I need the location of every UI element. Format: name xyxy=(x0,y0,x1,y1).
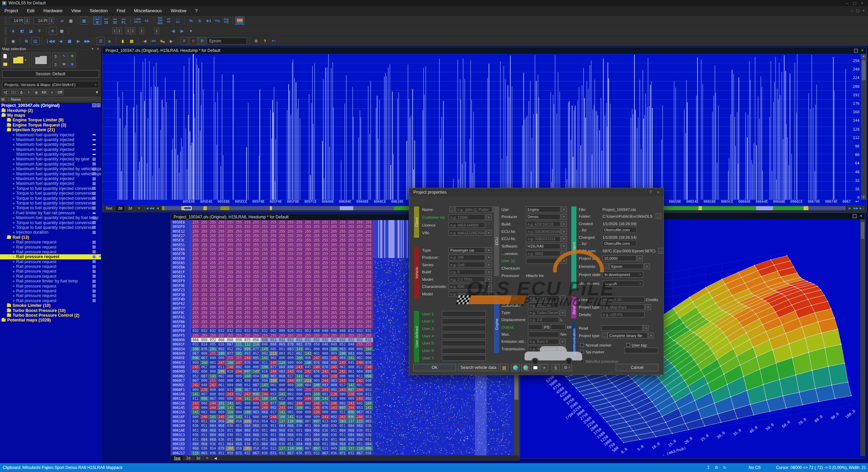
hex-cell[interactable]: 005 xyxy=(269,347,278,351)
hex-cell[interactable]: 255 xyxy=(278,288,287,292)
hex-cell[interactable]: 255 xyxy=(287,252,295,256)
pick-button[interactable]: > xyxy=(561,258,567,264)
pick-button[interactable]: > xyxy=(561,243,567,249)
hex-cell[interactable]: 255 xyxy=(278,247,287,252)
hex-cell[interactable]: 255 xyxy=(209,256,217,261)
hex-cell[interactable]: 242 xyxy=(209,383,217,387)
win-restore-icon[interactable]: ▫ xyxy=(854,49,858,53)
tree-folder-row[interactable]: Turbo Boost Pressure (10) xyxy=(0,308,101,313)
hex-cell[interactable]: 255 xyxy=(321,234,330,238)
hex-cell[interactable]: 255 xyxy=(252,252,261,256)
pick-button[interactable]: > xyxy=(560,295,566,301)
hex-cell[interactable]: 213 xyxy=(304,378,313,383)
map-car-icon[interactable]: ◪ xyxy=(27,27,35,35)
hex-cell[interactable]: 048 xyxy=(321,342,330,347)
hex-cell[interactable]: 097 xyxy=(312,419,321,424)
hex-cell[interactable]: 051 xyxy=(200,419,209,424)
font-size-2-spinner[interactable]: ▲▼ xyxy=(49,17,54,24)
hex-cell[interactable]: 001 xyxy=(235,406,243,410)
hex-cell[interactable]: 067 xyxy=(356,451,364,455)
hex-cell[interactable]: 255 xyxy=(226,261,235,265)
hex-cell[interactable]: 255 xyxy=(217,252,226,256)
hex-cell[interactable]: 002 xyxy=(200,410,209,414)
hex-cell[interactable]: 255 xyxy=(312,274,321,279)
hex-cell[interactable]: 255 xyxy=(235,238,243,242)
panel-close-icon[interactable]: × xyxy=(97,47,99,51)
hex-cell[interactable]: 023 xyxy=(269,419,278,424)
hex-cell[interactable]: 083 xyxy=(321,383,330,387)
field-name[interactable]: e.g. John Q. Public xyxy=(456,206,492,212)
hex-cell[interactable]: 068 xyxy=(356,424,364,428)
hex-cell[interactable]: 255 xyxy=(269,238,278,242)
hex-cell[interactable]: 077 xyxy=(226,351,235,356)
hex-cell[interactable]: 228 xyxy=(312,410,321,414)
hex-cell[interactable]: 051 xyxy=(269,338,278,342)
hex-cell[interactable]: 255 xyxy=(356,301,364,306)
hex-cell[interactable]: 244 xyxy=(304,396,313,401)
hex-cell[interactable]: 036 xyxy=(347,442,356,446)
hex-cell[interactable]: 063 xyxy=(364,410,373,414)
hex-cell[interactable]: 255 xyxy=(330,279,338,283)
hex-cell[interactable]: 255 xyxy=(209,274,217,279)
hex-cell[interactable]: 244 xyxy=(269,369,278,374)
hex-cell[interactable]: 255 xyxy=(295,297,304,301)
field-displacement[interactable]: e.g. 2.0 xyxy=(528,317,559,323)
hex-cell[interactable]: 058 xyxy=(226,451,235,455)
hex-cell[interactable]: 255 xyxy=(217,238,226,242)
field-project-size[interactable]: 10,0000 xyxy=(603,255,636,261)
hex-cell[interactable]: 255 xyxy=(287,333,295,338)
hex-cell[interactable]: 255 xyxy=(269,315,278,319)
hex-cell[interactable]: 255 xyxy=(304,220,313,224)
hex-cell[interactable]: 077 xyxy=(269,365,278,369)
hex-cell[interactable]: 246 xyxy=(200,415,209,419)
hex-cell[interactable]: 255 xyxy=(364,320,373,324)
hex-cell[interactable]: 255 xyxy=(364,265,373,270)
tab-2d[interactable]: 2d xyxy=(115,205,125,211)
hex-cell[interactable]: 255 xyxy=(364,301,373,306)
hex-cell[interactable]: 255 xyxy=(269,297,278,301)
field-user-4[interactable] xyxy=(442,333,486,339)
hex-cell[interactable]: 036 xyxy=(209,451,217,455)
hex-cell[interactable]: 255 xyxy=(200,270,209,274)
spin-b[interactable]: ▲▼ xyxy=(126,27,131,34)
hex-cell[interactable]: 255 xyxy=(321,238,330,242)
hex-cell[interactable]: 255 xyxy=(209,265,217,270)
hex-cell[interactable]: 255 xyxy=(295,224,304,229)
hex-cell[interactable]: 209 xyxy=(243,419,252,424)
hex-cell[interactable]: 255 xyxy=(217,243,226,247)
hex-cell[interactable]: 255 xyxy=(243,306,252,311)
win-restore-icon[interactable]: ▫ xyxy=(853,214,856,218)
hex-cell[interactable]: 054 xyxy=(209,446,217,451)
hex-cell[interactable]: 255 xyxy=(200,297,209,301)
hex-cell[interactable]: 141 xyxy=(278,392,287,396)
hex-cell[interactable]: 255 xyxy=(304,311,313,315)
hex-cell[interactable]: 255 xyxy=(312,279,321,283)
font-size-2-field[interactable]: 14 Pt xyxy=(34,17,49,24)
hex-cell[interactable]: 255 xyxy=(217,229,226,234)
hex-cell[interactable]: 084 xyxy=(209,433,217,437)
hex-cell[interactable]: 255 xyxy=(347,297,356,301)
hex-cell[interactable]: 255 xyxy=(235,324,243,329)
field-comm-project-type[interactable]: Complete binary file xyxy=(608,333,648,338)
hex-cell[interactable]: 143 xyxy=(235,415,243,419)
hex-cell[interactable]: 255 xyxy=(338,320,347,324)
field-vin[interactable]: e.g. WAUZZZ8E35A235 xyxy=(449,230,485,236)
hex-cell[interactable]: 051 xyxy=(330,437,338,442)
hex-cell[interactable]: 208 xyxy=(226,446,235,451)
hex-cell[interactable]: 255 xyxy=(278,220,287,224)
hex-cell[interactable]: 255 xyxy=(312,293,321,297)
hist-next-button[interactable]: ▶ xyxy=(167,37,175,45)
tree-map-row[interactable]: ∗Maximum fuel quantity injected xyxy=(0,142,101,147)
mic-icon[interactable]: ◉ xyxy=(9,37,17,45)
hex-cell[interactable]: 011 xyxy=(356,365,364,369)
hex-cell[interactable]: 009 xyxy=(330,351,338,356)
menu-view[interactable]: View xyxy=(67,6,85,15)
hex-cell[interactable]: 255 xyxy=(312,234,321,238)
hex-cell[interactable]: 255 xyxy=(312,238,321,242)
pick-button[interactable]: > xyxy=(486,269,492,275)
hex-cell[interactable]: 032 xyxy=(243,451,252,455)
field-build[interactable]: e.g. EDC16C31 xyxy=(526,221,560,227)
scroll-down-icon[interactable]: ▼ xyxy=(861,195,866,200)
hex-cell[interactable]: 093 xyxy=(243,351,252,356)
hex-cell[interactable]: 255 xyxy=(338,265,347,270)
